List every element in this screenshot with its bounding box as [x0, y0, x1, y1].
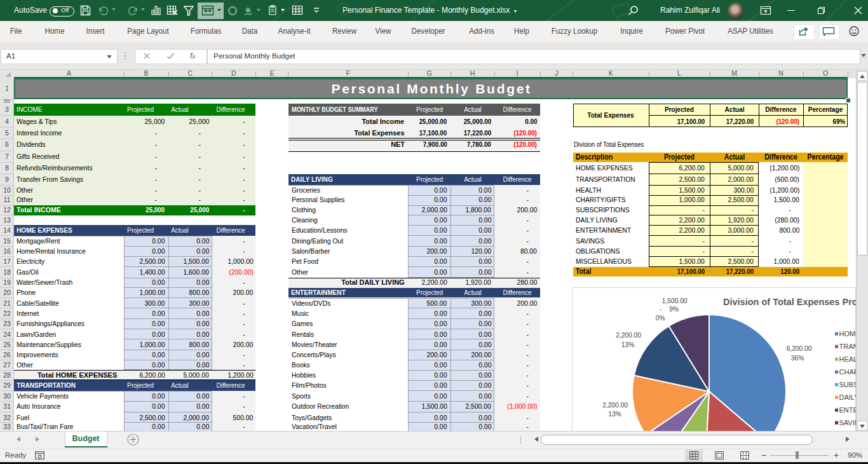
svg-text:TRANSPORTATION: TRANSPORTATION	[839, 343, 857, 350]
svg-text:13%: 13%	[621, 341, 634, 348]
svg-text:1,500.00: 1,500.00	[662, 297, 688, 304]
svg-text:HEALTH: HEALTH	[839, 355, 857, 363]
svg-text:-: -	[660, 305, 661, 312]
svg-text:SUBSCRIPTIONS: SUBSCRIPTIONS	[839, 381, 857, 388]
svg-text:2,200.00: 2,200.00	[616, 332, 641, 339]
svg-text:0%: 0%	[656, 315, 665, 322]
svg-text:13%: 13%	[608, 411, 621, 418]
svg-text:HOME EXPENSES: HOME EXPENSES	[839, 330, 857, 338]
svg-text:CHARITY/GIFTS: CHARITY/GIFTS	[839, 368, 857, 376]
svg-text:ENTERTAINMENT: ENTERTAINMENT	[839, 406, 857, 414]
svg-text:9%: 9%	[669, 305, 679, 312]
svg-text:Division of Total Expenses Pro: Division of Total Expenses Projected	[723, 297, 856, 307]
svg-text:6,200.00: 6,200.00	[787, 345, 812, 352]
svg-text:DAILY LIVING: DAILY LIVING	[839, 393, 857, 401]
svg-text:SAVINGS: SAVINGS	[839, 419, 857, 426]
svg-text:2,200.00: 2,200.00	[602, 401, 628, 408]
svg-text:36%: 36%	[791, 354, 804, 361]
